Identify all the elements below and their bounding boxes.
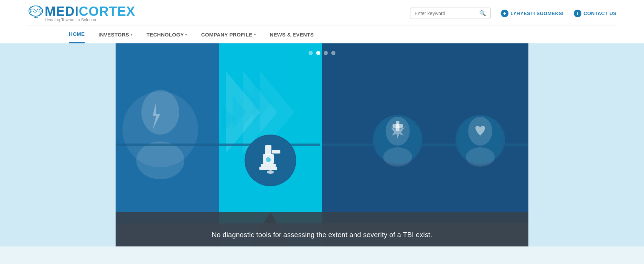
svg-point-0 [29,6,43,16]
search-box[interactable]: 🔍 [410,8,491,19]
svg-point-22 [267,170,274,174]
nav-item-home[interactable]: HOME [69,25,85,43]
caption-bar: No diagnostic tools for assessing the ex… [116,223,528,246]
svg-point-8 [141,90,179,135]
header-right: 🔍 + LYHYESTI SUOMEKSI i CONTACT US [410,8,616,19]
nav-item-company-profile[interactable]: COMPANY PROFILE ▾ [201,26,256,43]
slide-dot-3[interactable] [324,51,328,55]
nav-label-home: HOME [69,31,85,37]
hero-side-left [0,43,116,246]
hero-side-right [528,43,644,246]
search-icon[interactable]: 🔍 [479,10,486,17]
hero-svg [116,43,528,246]
logo-cortex: CORTEX [79,4,135,19]
contact-button[interactable]: i CONTACT US [574,10,616,17]
brain-icon [28,5,44,19]
logo-medi: MEDI [45,4,79,19]
header: MEDICORTEX Heading Towards a Solution 🔍 … [0,0,644,43]
nav-label-company-profile: COMPANY PROFILE [201,32,253,38]
chevron-down-icon: ▾ [254,32,256,37]
lyhyesti-label: LYHYESTI SUOMEKSI [511,11,564,16]
logo-tagline: Heading Towards a Solution [45,18,96,22]
lyhyesti-button[interactable]: + LYHYESTI SUOMEKSI [501,10,564,17]
search-input[interactable] [415,11,476,16]
nav-label-investors: INVESTORS [98,32,129,38]
svg-rect-19 [272,150,280,154]
chevron-down-icon: ▾ [185,32,187,37]
logo-area: MEDICORTEX Heading Towards a Solution [28,4,135,22]
plus-icon: + [501,10,508,17]
caption-text: No diagnostic tools for assessing the ex… [212,231,432,239]
logo-text: MEDICORTEX [28,4,135,19]
nav-item-news-events[interactable]: NEWS & EVENTS [270,26,314,43]
nav-label-news-events: NEWS & EVENTS [270,32,314,38]
nav-label-technology: TECHNOLOGY [147,32,184,38]
svg-point-38 [466,147,495,167]
chevron-down-icon: ▾ [130,32,132,37]
hero-banner: No diagnostic tools for assessing the ex… [0,43,644,246]
nav-item-investors[interactable]: INVESTORS ▾ [98,26,132,43]
svg-point-9 [136,141,184,179]
svg-point-32 [383,147,412,167]
svg-point-23 [266,157,271,162]
svg-rect-34 [393,124,403,128]
slide-dot-2[interactable] [316,51,320,55]
nav-item-technology[interactable]: TECHNOLOGY ▾ [147,26,187,43]
hero-inner: No diagnostic tools for assessing the ex… [116,43,528,246]
contact-label: CONTACT US [583,11,616,16]
main-nav: HOME INVESTORS ▾ TECHNOLOGY ▾ COMPANY PR… [28,25,616,43]
info-icon: i [574,10,581,17]
svg-rect-20 [261,164,276,167]
svg-rect-21 [259,167,277,170]
header-top: MEDICORTEX Heading Towards a Solution 🔍 … [28,0,616,25]
svg-rect-17 [265,145,271,155]
slide-dots [309,51,335,55]
slide-dot-4[interactable] [331,51,335,55]
slide-dot-1[interactable] [309,51,313,55]
